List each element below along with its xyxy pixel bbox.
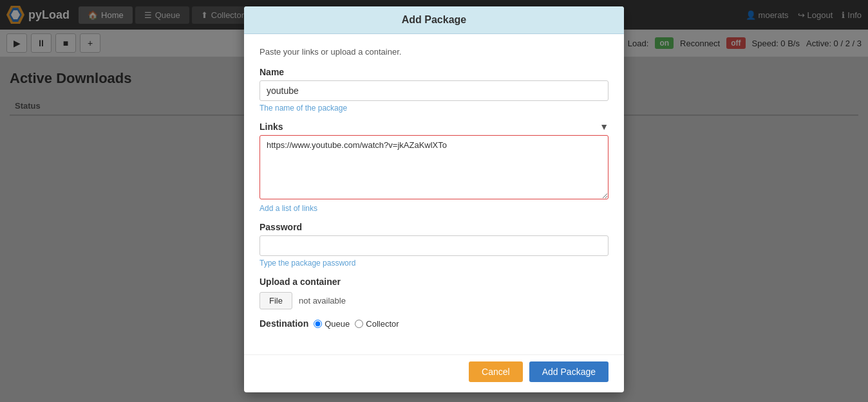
destination-queue-option[interactable]: Queue (314, 319, 350, 329)
upload-label: Upload a container (259, 277, 609, 287)
links-header: Links ▼ (259, 122, 609, 132)
destination-row: Destination Queue Collector (259, 318, 609, 329)
password-label: Password (259, 222, 609, 232)
modal-overlay: Add Package Paste your links or upload a… (0, 0, 868, 402)
modal: Add Package Paste your links or upload a… (244, 6, 624, 392)
links-group: Links ▼ Add a list of links (259, 122, 609, 213)
filter-icon[interactable]: ▼ (599, 122, 609, 132)
not-available-text: not available (299, 296, 346, 306)
password-hint: Type the package password (259, 259, 609, 268)
add-package-button[interactable]: Add Package (529, 361, 609, 382)
name-label: Name (259, 67, 609, 77)
modal-intro: Paste your links or upload a container. (259, 47, 609, 57)
destination-label: Destination (259, 318, 308, 329)
links-label: Links (259, 122, 283, 132)
destination-queue-radio[interactable] (314, 320, 322, 328)
cancel-button[interactable]: Cancel (469, 361, 523, 382)
name-hint: The name of the package (259, 104, 609, 113)
modal-title: Add Package (402, 14, 466, 25)
name-input[interactable] (259, 80, 609, 101)
links-textarea[interactable] (259, 135, 609, 199)
destination-collector-radio[interactable] (355, 320, 363, 328)
upload-row: File not available (259, 292, 609, 309)
modal-footer: Cancel Add Package (244, 354, 624, 392)
password-input[interactable] (259, 235, 609, 256)
destination-collector-option[interactable]: Collector (355, 319, 399, 329)
modal-body: Paste your links or upload a container. … (244, 34, 624, 354)
password-group: Password Type the package password (259, 222, 609, 268)
file-button[interactable]: File (259, 292, 292, 309)
links-hint: Add a list of links (259, 204, 609, 213)
modal-header: Add Package (244, 6, 624, 34)
upload-section: Upload a container File not available (259, 277, 609, 309)
name-group: Name The name of the package (259, 67, 609, 113)
